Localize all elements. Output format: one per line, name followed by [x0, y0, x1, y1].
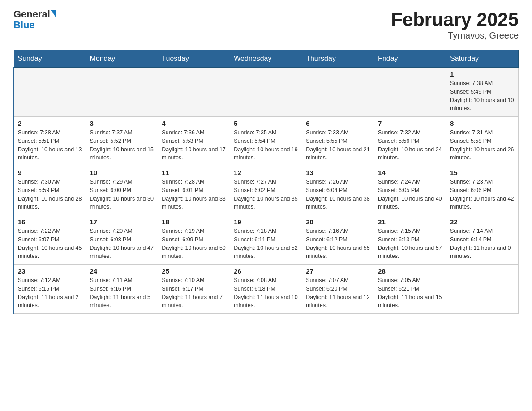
- title-block: February 2025 Tyrnavos, Greece: [391, 9, 519, 41]
- day-number: 10: [90, 169, 154, 176]
- calendar-day-cell: 25Sunrise: 7:10 AMSunset: 6:17 PMDayligh…: [158, 265, 230, 314]
- calendar-day-cell: 15Sunrise: 7:23 AMSunset: 6:06 PMDayligh…: [446, 166, 519, 215]
- calendar-day-cell: [14, 68, 86, 117]
- day-of-week-header: Friday: [374, 50, 446, 68]
- day-info: Sunrise: 7:08 AMSunset: 6:18 PMDaylight:…: [234, 276, 298, 310]
- day-info: Sunrise: 7:33 AMSunset: 5:55 PMDaylight:…: [306, 128, 370, 162]
- day-number: 25: [162, 267, 226, 275]
- logo: General Blue: [13, 9, 56, 30]
- day-info: Sunrise: 7:11 AMSunset: 6:16 PMDaylight:…: [90, 276, 154, 310]
- calendar-day-cell: 12Sunrise: 7:27 AMSunset: 6:02 PMDayligh…: [230, 166, 302, 215]
- day-number: 15: [450, 169, 515, 176]
- day-number: 17: [90, 218, 154, 226]
- logo-general-text: General: [13, 9, 50, 20]
- calendar-day-cell: 10Sunrise: 7:29 AMSunset: 6:00 PMDayligh…: [86, 166, 158, 215]
- calendar-day-cell: [86, 68, 158, 117]
- day-of-week-header: Monday: [86, 50, 158, 68]
- page-header: General Blue February 2025 Tyrnavos, Gre…: [13, 9, 519, 41]
- day-info: Sunrise: 7:36 AMSunset: 5:53 PMDaylight:…: [162, 128, 226, 162]
- calendar-day-cell: 7Sunrise: 7:32 AMSunset: 5:56 PMDaylight…: [374, 117, 446, 166]
- day-number: 12: [234, 169, 298, 176]
- calendar-day-cell: 24Sunrise: 7:11 AMSunset: 6:16 PMDayligh…: [86, 265, 158, 314]
- page-title: February 2025: [391, 9, 519, 30]
- day-number: 13: [306, 169, 370, 176]
- day-of-week-header: Sunday: [14, 50, 86, 68]
- calendar-day-cell: 17Sunrise: 7:20 AMSunset: 6:08 PMDayligh…: [86, 215, 158, 265]
- calendar-week-row: 2Sunrise: 7:38 AMSunset: 5:51 PMDaylight…: [14, 117, 519, 166]
- day-number: 6: [306, 120, 370, 127]
- day-number: 9: [18, 169, 82, 176]
- calendar-table: SundayMondayTuesdayWednesdayThursdayFrid…: [13, 50, 519, 314]
- day-number: 28: [378, 267, 442, 275]
- calendar-day-cell: 2Sunrise: 7:38 AMSunset: 5:51 PMDaylight…: [14, 117, 86, 166]
- calendar-week-row: 9Sunrise: 7:30 AMSunset: 5:59 PMDaylight…: [14, 166, 519, 215]
- day-info: Sunrise: 7:35 AMSunset: 5:54 PMDaylight:…: [234, 128, 298, 162]
- day-info: Sunrise: 7:37 AMSunset: 5:52 PMDaylight:…: [90, 128, 154, 162]
- day-number: 16: [18, 218, 82, 226]
- day-number: 1: [450, 70, 515, 78]
- day-info: Sunrise: 7:15 AMSunset: 6:13 PMDaylight:…: [378, 227, 442, 261]
- day-number: 27: [306, 267, 370, 275]
- day-number: 14: [378, 169, 442, 176]
- calendar-day-cell: 22Sunrise: 7:14 AMSunset: 6:14 PMDayligh…: [446, 215, 519, 265]
- logo-blue-text: Blue: [13, 20, 35, 30]
- calendar-day-cell: 20Sunrise: 7:16 AMSunset: 6:12 PMDayligh…: [302, 215, 374, 265]
- day-info: Sunrise: 7:38 AMSunset: 5:51 PMDaylight:…: [18, 128, 82, 162]
- day-number: 18: [162, 218, 226, 226]
- day-info: Sunrise: 7:18 AMSunset: 6:11 PMDaylight:…: [234, 227, 298, 261]
- calendar-day-cell: 28Sunrise: 7:05 AMSunset: 6:21 PMDayligh…: [374, 265, 446, 314]
- day-number: 8: [450, 120, 515, 127]
- day-number: 4: [162, 120, 226, 127]
- day-info: Sunrise: 7:10 AMSunset: 6:17 PMDaylight:…: [162, 276, 226, 310]
- day-of-week-header: Wednesday: [230, 50, 302, 68]
- calendar-week-row: 1Sunrise: 7:38 AMSunset: 5:49 PMDaylight…: [14, 68, 519, 117]
- day-info: Sunrise: 7:19 AMSunset: 6:09 PMDaylight:…: [162, 227, 226, 261]
- day-number: 2: [18, 120, 82, 127]
- calendar-day-cell: 26Sunrise: 7:08 AMSunset: 6:18 PMDayligh…: [230, 265, 302, 314]
- calendar-day-cell: 6Sunrise: 7:33 AMSunset: 5:55 PMDaylight…: [302, 117, 374, 166]
- day-info: Sunrise: 7:07 AMSunset: 6:20 PMDaylight:…: [306, 276, 370, 310]
- day-of-week-header: Thursday: [302, 50, 374, 68]
- day-info: Sunrise: 7:12 AMSunset: 6:15 PMDaylight:…: [18, 276, 82, 310]
- day-number: 22: [450, 218, 515, 226]
- day-info: Sunrise: 7:30 AMSunset: 5:59 PMDaylight:…: [18, 178, 82, 211]
- day-info: Sunrise: 7:29 AMSunset: 6:00 PMDaylight:…: [90, 178, 154, 211]
- calendar-day-cell: 8Sunrise: 7:31 AMSunset: 5:58 PMDaylight…: [446, 117, 519, 166]
- calendar-day-cell: 16Sunrise: 7:22 AMSunset: 6:07 PMDayligh…: [14, 215, 86, 265]
- calendar-day-cell: 1Sunrise: 7:38 AMSunset: 5:49 PMDaylight…: [446, 68, 519, 117]
- day-number: 11: [162, 169, 226, 176]
- day-info: Sunrise: 7:20 AMSunset: 6:08 PMDaylight:…: [90, 227, 154, 261]
- calendar-day-cell: 5Sunrise: 7:35 AMSunset: 5:54 PMDaylight…: [230, 117, 302, 166]
- day-number: 21: [378, 218, 442, 226]
- calendar-day-cell: 11Sunrise: 7:28 AMSunset: 6:01 PMDayligh…: [158, 166, 230, 215]
- day-info: Sunrise: 7:23 AMSunset: 6:06 PMDaylight:…: [450, 178, 515, 211]
- day-info: Sunrise: 7:38 AMSunset: 5:49 PMDaylight:…: [450, 79, 515, 113]
- calendar-day-cell: 14Sunrise: 7:24 AMSunset: 6:05 PMDayligh…: [374, 166, 446, 215]
- day-info: Sunrise: 7:28 AMSunset: 6:01 PMDaylight:…: [162, 178, 226, 211]
- calendar-week-row: 23Sunrise: 7:12 AMSunset: 6:15 PMDayligh…: [14, 265, 519, 314]
- calendar-day-cell: 23Sunrise: 7:12 AMSunset: 6:15 PMDayligh…: [14, 265, 86, 314]
- day-info: Sunrise: 7:32 AMSunset: 5:56 PMDaylight:…: [378, 128, 442, 162]
- calendar-day-cell: 27Sunrise: 7:07 AMSunset: 6:20 PMDayligh…: [302, 265, 374, 314]
- day-number: 24: [90, 267, 154, 275]
- day-of-week-header: Tuesday: [158, 50, 230, 68]
- day-info: Sunrise: 7:27 AMSunset: 6:02 PMDaylight:…: [234, 178, 298, 211]
- day-info: Sunrise: 7:16 AMSunset: 6:12 PMDaylight:…: [306, 227, 370, 261]
- page-subtitle: Tyrnavos, Greece: [391, 30, 519, 41]
- calendar-day-cell: 18Sunrise: 7:19 AMSunset: 6:09 PMDayligh…: [158, 215, 230, 265]
- calendar-day-cell: 4Sunrise: 7:36 AMSunset: 5:53 PMDaylight…: [158, 117, 230, 166]
- day-number: 3: [90, 120, 154, 127]
- calendar-day-cell: [230, 68, 302, 117]
- calendar-day-cell: 13Sunrise: 7:26 AMSunset: 6:04 PMDayligh…: [302, 166, 374, 215]
- day-number: 7: [378, 120, 442, 127]
- calendar-week-row: 16Sunrise: 7:22 AMSunset: 6:07 PMDayligh…: [14, 215, 519, 265]
- calendar-header-row: SundayMondayTuesdayWednesdayThursdayFrid…: [14, 50, 519, 68]
- day-info: Sunrise: 7:31 AMSunset: 5:58 PMDaylight:…: [450, 128, 515, 162]
- calendar-day-cell: [158, 68, 230, 117]
- calendar-day-cell: [374, 68, 446, 117]
- day-info: Sunrise: 7:14 AMSunset: 6:14 PMDaylight:…: [450, 227, 515, 261]
- day-number: 23: [18, 267, 82, 275]
- day-number: 20: [306, 218, 370, 226]
- day-number: 19: [234, 218, 298, 226]
- day-info: Sunrise: 7:26 AMSunset: 6:04 PMDaylight:…: [306, 178, 370, 211]
